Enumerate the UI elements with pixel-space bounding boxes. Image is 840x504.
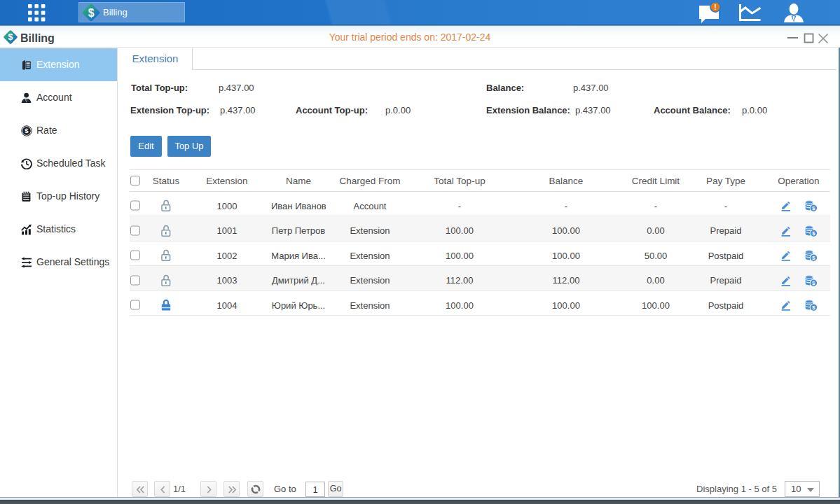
svg-text:$: $ — [25, 127, 29, 134]
svg-text:$: $ — [88, 7, 95, 19]
svg-text:!: ! — [714, 4, 716, 11]
